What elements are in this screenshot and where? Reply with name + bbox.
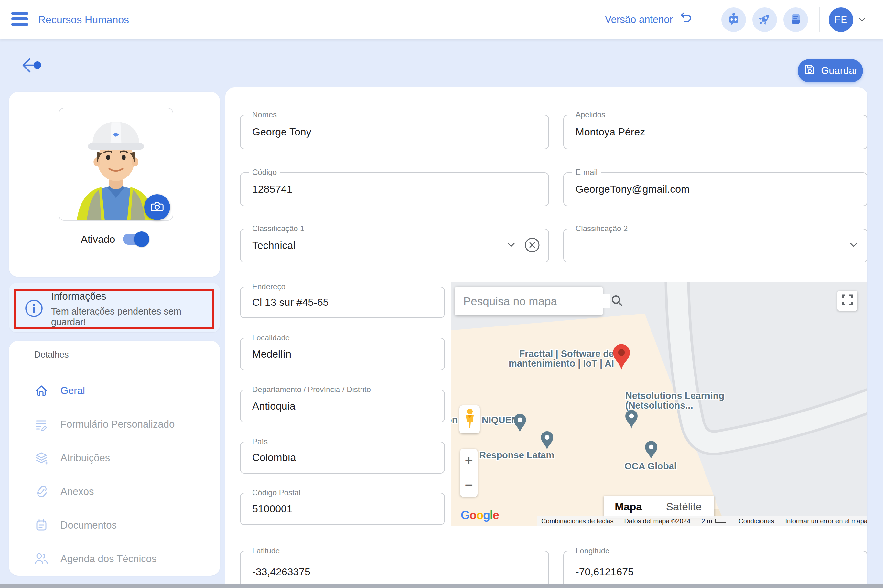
change-photo-button[interactable] (144, 194, 170, 220)
zoom-out-button[interactable]: − (460, 473, 478, 497)
poi-label-netsolutions-2[interactable]: (Netsolutions... (625, 400, 693, 411)
longitude-value: -70,6121675 (575, 552, 634, 588)
viewport-bottom-strip (0, 585, 883, 588)
save-button[interactable]: Guardar (797, 59, 863, 82)
search-icon[interactable] (610, 294, 624, 309)
fullscreen-icon (842, 294, 853, 307)
undo-icon (677, 12, 692, 27)
sidebar-item-formulario[interactable]: Formulário Personalizado (9, 413, 220, 436)
pegman-control[interactable] (460, 405, 480, 434)
zoom-in-button[interactable]: + (460, 448, 478, 472)
codigo-field[interactable]: Código 1285741 (240, 172, 549, 206)
map-attribution-bar: Combinaciones de teclas Datos del mapa ©… (537, 516, 868, 526)
previous-version-link[interactable]: Versão anterior (605, 12, 692, 27)
codigo-postal-value: 5100001 (252, 493, 293, 524)
unsaved-changes-dot (34, 62, 41, 69)
chatbot-button[interactable] (721, 8, 746, 32)
endereco-field[interactable]: Endereço Cl 13 sur #45-65 (240, 287, 445, 318)
hr-employee-page: Recursos Humanos Versão anterior (0, 0, 883, 588)
email-value: GeorgeTony@gmail.com (575, 173, 690, 206)
map-scale-label: 2 m (701, 518, 712, 525)
status-row: Ativado (9, 232, 220, 246)
classificacao2-label: Classificação 2 (572, 224, 631, 233)
codigo-postal-field[interactable]: Código Postal 5100001 (240, 493, 445, 525)
general-form-card: Nomes George Tony Apelidos Montoya Pérez… (225, 87, 868, 588)
alert-message: Tem alterações pendentes sem guardar! (51, 306, 212, 327)
email-field[interactable]: E-mail GeorgeTony@gmail.com (563, 172, 868, 206)
terms-link[interactable]: Condiciones (739, 518, 774, 525)
sidebar-item-geral[interactable]: Geral (9, 380, 220, 402)
camera-icon (150, 199, 165, 215)
latitude-value: -33,4263375 (252, 552, 310, 588)
details-menu-card: Detalhes Geral Formulário Personalizado … (9, 341, 220, 576)
classificacao1-value: Technical (252, 229, 295, 262)
launch-button[interactable] (752, 8, 777, 32)
save-button-label: Guardar (821, 65, 858, 76)
map-canvas: Fracttal | Software de mantenimiento | I… (451, 282, 868, 526)
alert-title: Informações (51, 291, 212, 302)
map-search-box (455, 287, 603, 315)
alert-card: Informações Tem alterações pendentes sem… (9, 283, 220, 332)
sidebar-item-atribuicoes[interactable]: Atribuições (9, 447, 220, 470)
people-icon (34, 552, 49, 566)
unsaved-changes-alert: Informações Tem alterações pendentes sem… (14, 290, 214, 329)
keyboard-shortcuts-link[interactable]: Combinaciones de teclas (541, 518, 613, 525)
home-icon (34, 383, 49, 398)
zoom-control: + − (460, 448, 478, 497)
sidebar-item-label: Geral (60, 385, 85, 397)
longitude-field[interactable]: Longitude -70,6121675 (563, 551, 868, 588)
sidebar-item-label: Agenda dos Técnicos (60, 553, 157, 565)
poi-label-fracttal-2[interactable]: mantenimiento | IoT | AI (509, 358, 614, 369)
sidebar-item-label: Documentos (60, 519, 117, 531)
poi-label-netsolutions-1[interactable]: Netsolutions Learning (625, 390, 724, 401)
user-avatar[interactable]: FE (829, 8, 853, 32)
top-app-bar: Recursos Humanos Versão anterior (0, 0, 883, 39)
map-type-satellite-button[interactable]: Satélite (653, 495, 714, 518)
back-button[interactable] (20, 57, 48, 87)
map-data-label: Datos del mapa ©2024 (624, 518, 690, 525)
paperclip-icon (34, 484, 49, 499)
layers-icon (34, 451, 49, 465)
notebook-icon (788, 12, 803, 28)
notes-button[interactable] (784, 8, 808, 32)
pegman-icon (463, 408, 477, 431)
sidebar-item-anexos[interactable]: Anexos (9, 480, 220, 503)
sidebar-item-agenda[interactable]: Agenda dos Técnicos (9, 548, 220, 570)
sidebar-item-documentos[interactable]: Documentos (9, 514, 220, 537)
fullscreen-button[interactable] (837, 291, 857, 310)
apelidos-field[interactable]: Apelidos Montoya Pérez (563, 115, 868, 149)
header-actions: Versão anterior FE (605, 0, 867, 39)
apelidos-value: Montoya Pérez (575, 116, 645, 149)
form-icon (34, 417, 49, 432)
poi-label-niquem[interactable]: NIQUEM (482, 415, 519, 425)
localidade-field[interactable]: Localidade Medellín (240, 338, 445, 370)
sidebar-item-label: Atribuições (60, 452, 110, 464)
active-toggle[interactable] (123, 232, 148, 246)
classificacao1-select[interactable]: Classificação 1 Technical (240, 228, 549, 262)
chevron-down-icon[interactable] (848, 242, 859, 250)
poi-label-oca-global[interactable]: OCA Global (624, 461, 677, 471)
sidebar-item-label: Formulário Personalizado (60, 418, 174, 430)
nomes-value: George Tony (252, 116, 311, 149)
google-map[interactable]: Fracttal | Software de mantenimiento | I… (451, 282, 868, 526)
nomes-field[interactable]: Nomes George Tony (240, 115, 549, 149)
departamento-value: Antioquia (252, 390, 295, 422)
pais-field[interactable]: País Colombia (240, 442, 445, 474)
latitude-field[interactable]: Latitude -33,4263375 (240, 551, 549, 588)
chevron-down-icon[interactable] (506, 242, 517, 250)
clear-selection-icon[interactable] (524, 237, 541, 255)
menu-icon[interactable] (11, 12, 28, 27)
chevron-down-icon[interactable] (857, 16, 867, 23)
poi-label-fracttal-1[interactable]: Fracttal | Software de (519, 348, 614, 359)
google-logo-wrap[interactable]: Google (461, 508, 506, 526)
classificacao2-select[interactable]: Classificação 2 (563, 228, 868, 262)
map-search-input[interactable] (463, 294, 610, 308)
sidebar-item-label: Anexos (60, 486, 94, 498)
map-type-switcher: Mapa Satélite (604, 495, 714, 518)
pais-value: Colombia (252, 442, 296, 473)
rocket-icon (757, 12, 772, 28)
map-type-map-button[interactable]: Mapa (604, 495, 653, 518)
save-icon (803, 63, 816, 79)
report-map-error-link[interactable]: Informar un error en el mapa (785, 518, 868, 525)
departamento-field[interactable]: Departamento / Província / Distrito Anti… (240, 390, 445, 423)
